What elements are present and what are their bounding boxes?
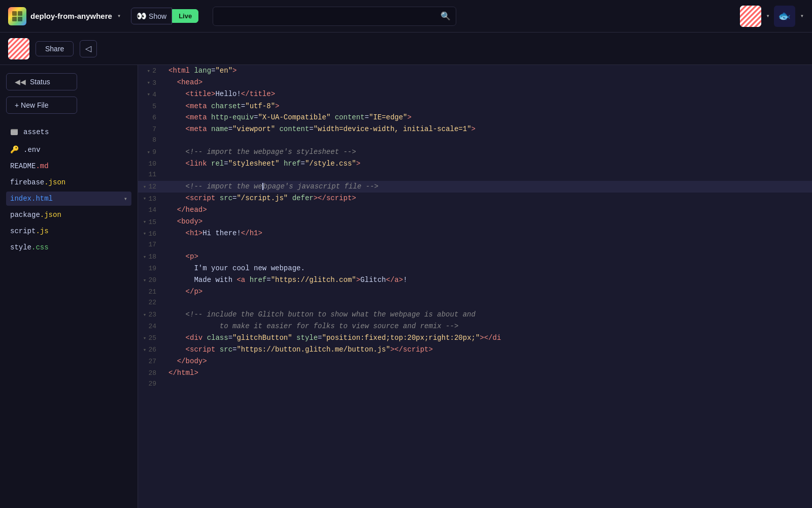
sidebar-item-index-html-label: index.html: [10, 195, 120, 203]
show-label: Show: [149, 12, 166, 20]
code-line-7: 7 <meta name="viewport" content="width=d…: [138, 123, 812, 135]
line-code-20: Made with <a href="https://glitch.com">G…: [164, 274, 408, 285]
line-num-4: ▾4: [138, 90, 164, 101]
line-num-3: ▾3: [138, 78, 164, 89]
logo-grid: [12, 11, 22, 21]
new-file-button[interactable]: + New File: [6, 97, 77, 114]
line-num-27: 27: [138, 357, 164, 367]
line-code-12: <!-- import the webpage's javascript fil…: [164, 181, 379, 192]
sidebar-item-style-css[interactable]: style.css: [6, 240, 131, 255]
line-code-6: <meta http-equiv="X-UA-Compatible" conte…: [164, 112, 412, 123]
code-line-6: 6 <meta http-equiv="X-UA-Compatible" con…: [138, 112, 812, 123]
code-line-12: ▾12 <!-- import the webpage's javascript…: [138, 181, 812, 193]
line-code-7: <meta name="viewport" content="width=dev…: [164, 123, 476, 135]
topnav-right: ▾ 🐟 ▾: [740, 6, 804, 27]
line-code-24: to make it easier for folks to view sour…: [164, 321, 458, 332]
sidebar-item-env[interactable]: 🔑 .env: [6, 142, 131, 157]
fold-icon-2[interactable]: ▾: [147, 67, 151, 76]
share-button[interactable]: Share: [36, 41, 74, 56]
line-code-13: <script src="/script.js" defer></script>: [164, 193, 356, 204]
logo-icon: [8, 7, 26, 25]
sidebar-item-readme-label: README.md: [10, 162, 127, 170]
fold-icon-20[interactable]: ▾: [143, 276, 147, 285]
sidebar-item-firebase-label: firebase.json: [10, 178, 127, 186]
line-num-12: ▾12: [138, 182, 164, 193]
fold-icon-18[interactable]: ▾: [143, 253, 147, 262]
collapse-panel-button[interactable]: ◁: [80, 40, 97, 57]
line-num-15: ▾15: [138, 217, 164, 228]
sidebar-item-script-js-label: script.js: [10, 227, 127, 235]
sidebar-item-package-json[interactable]: package.json: [6, 208, 131, 222]
show-live-button[interactable]: 👀 Show Live: [131, 8, 198, 24]
status-button[interactable]: ◀◀ Status: [6, 73, 77, 90]
fold-icon-25[interactable]: ▾: [143, 334, 147, 343]
line-code-5: <meta charset="utf-8">: [164, 101, 279, 112]
line-code-9: <!-- import the webpage's stylesheet -->: [164, 146, 356, 157]
fold-icon-16[interactable]: ▾: [143, 230, 147, 239]
code-line-17: 17: [138, 240, 812, 251]
sidebar-item-assets-label: assets: [23, 128, 127, 136]
search-icon: 🔍: [441, 11, 451, 21]
line-num-25: ▾25: [138, 333, 164, 344]
code-editor[interactable]: ▾2 <html lang="en"> ▾3 <head> ▾4 <title>…: [138, 65, 812, 508]
code-line-11: 11: [138, 170, 812, 181]
line-num-17: 17: [138, 240, 164, 250]
code-line-13: ▾13 <script src="/script.js" defer></scr…: [138, 193, 812, 204]
code-line-23: ▾23 <!-- include the Glitch button to sh…: [138, 309, 812, 321]
fold-icon-23[interactable]: ▾: [143, 311, 147, 320]
line-num-29: 29: [138, 379, 164, 390]
sidebar-item-env-label: .env: [23, 146, 127, 154]
code-line-14: 14 </head>: [138, 204, 812, 216]
line-num-24: 24: [138, 322, 164, 332]
line-num-28: 28: [138, 368, 164, 379]
code-line-29: 29: [138, 379, 812, 390]
fold-icon-15[interactable]: ▾: [143, 218, 147, 227]
line-code-16: <h1>Hi there!</h1>: [164, 228, 262, 239]
code-line-28: 28 </html>: [138, 367, 812, 379]
line-num-26: ▾26: [138, 345, 164, 356]
sidebar-item-script-js[interactable]: script.js: [6, 224, 131, 238]
line-num-9: ▾9: [138, 147, 164, 158]
fold-icon-9[interactable]: ▾: [147, 148, 151, 157]
line-num-14: 14: [138, 205, 164, 216]
avatar-fish[interactable]: 🐟: [774, 6, 795, 27]
sidebar-item-style-css-label: style.css: [10, 243, 127, 251]
fold-icon-3[interactable]: ▾: [147, 79, 151, 88]
fold-icon-13[interactable]: ▾: [143, 195, 147, 204]
fold-icon-4[interactable]: ▾: [147, 90, 151, 100]
line-num-10: 10: [138, 159, 164, 170]
code-line-3: ▾3 <head>: [138, 77, 812, 88]
sidebar-item-firebase[interactable]: firebase.json: [6, 175, 131, 189]
avatar-fish-chevron-icon[interactable]: ▾: [800, 12, 804, 20]
avatar-checkerboard[interactable]: [740, 6, 761, 27]
code-line-5: 5 <meta charset="utf-8">: [138, 101, 812, 112]
line-num-8: 8: [138, 135, 164, 146]
line-code-2: <html lang="en">: [164, 65, 236, 76]
search-input[interactable]: [218, 12, 441, 20]
code-line-10: 10 <link rel="stylesheet" href="/style.c…: [138, 158, 812, 170]
search-bar[interactable]: 🔍: [213, 7, 456, 26]
code-line-26: ▾26 <script src="https://button.glitch.m…: [138, 344, 812, 356]
sidebar-item-readme[interactable]: README.md: [6, 159, 131, 173]
line-num-5: 5: [138, 102, 164, 112]
sidebar-item-assets[interactable]: assets: [6, 124, 131, 140]
line-num-18: ▾18: [138, 252, 164, 263]
code-line-21: 21 </p>: [138, 286, 812, 298]
fold-icon-26[interactable]: ▾: [143, 346, 147, 355]
line-num-23: ▾23: [138, 310, 164, 321]
code-line-8: 8: [138, 135, 812, 146]
line-code-18: <p>: [164, 251, 198, 262]
code-line-20: ▾20 Made with <a href="https://glitch.co…: [138, 274, 812, 286]
sidebar-item-index-html[interactable]: index.html ▾: [6, 192, 131, 206]
code-line-22: 22: [138, 298, 812, 309]
code-line-9: ▾9 <!-- import the webpage's stylesheet …: [138, 146, 812, 158]
project-chevron-icon[interactable]: ▾: [117, 12, 121, 20]
line-num-22: 22: [138, 298, 164, 308]
code-line-24: 24 to make it easier for folks to view s…: [138, 321, 812, 332]
code-line-19: 19 I'm your cool new webpage.: [138, 263, 812, 274]
top-navbar: deploy-from-anywhere ▾ 👀 Show Live 🔍 ▾ 🐟…: [0, 0, 812, 33]
fold-icon-12[interactable]: ▾: [143, 183, 147, 192]
grid-cell: [18, 17, 22, 21]
avatar-chevron-icon[interactable]: ▾: [766, 12, 770, 20]
line-num-19: 19: [138, 264, 164, 274]
